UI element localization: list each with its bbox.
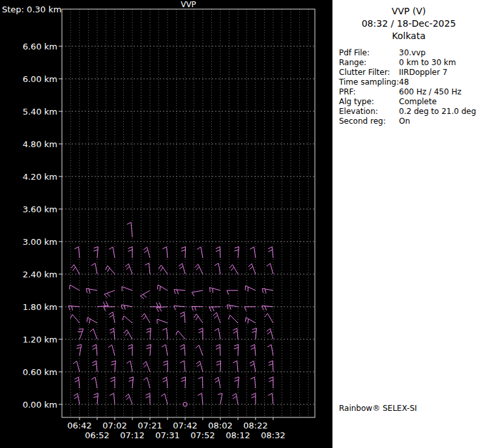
- info-row: Clutter Filter:IIRDoppler 7: [339, 68, 485, 77]
- info-panel: VVP (V) 08:32 / 18-Dec-2025 Kolkata Pdf …: [332, 0, 485, 448]
- info-row: Range:0 km to 30 km: [339, 58, 485, 68]
- chart-title: VVP: [181, 0, 196, 9]
- info-value: IIRDoppler 7: [399, 68, 447, 77]
- y-axis-label: 4.20 km: [23, 172, 57, 182]
- info-value: 600 Hz / 450 Hz: [399, 87, 462, 97]
- vvp-window: 6.60 km6.00 km5.40 km4.80 km4.20 km3.60 …: [0, 0, 485, 448]
- x-axis-label: 08:22: [243, 421, 267, 430]
- x-axis-label: 06:52: [85, 430, 109, 440]
- y-axis-label: 2.40 km: [23, 270, 57, 279]
- info-label: Second reg:: [339, 117, 399, 126]
- x-axis-label: 06:42: [67, 421, 91, 430]
- y-axis-label: 3.60 km: [23, 204, 57, 214]
- x-axis-label: 08:02: [208, 421, 232, 430]
- y-axis-label: 3.00 km: [23, 237, 57, 247]
- panel-datetime: 08:32 / 18-Dec-2025: [332, 18, 485, 30]
- chart-area: 6.60 km6.00 km5.40 km4.80 km4.20 km3.60 …: [0, 0, 332, 448]
- y-axis-label: 4.80 km: [23, 139, 57, 149]
- wind-barbs: [68, 222, 273, 406]
- y-axis-label: 5.40 km: [23, 107, 57, 117]
- info-label: Range:: [339, 58, 399, 68]
- info-row: Time sampling:48: [339, 77, 485, 87]
- info-row: PRF:600 Hz / 450 Hz: [339, 87, 485, 97]
- info-list: Pdf File:30.vvpRange:0 km to 30 kmClutte…: [339, 48, 485, 126]
- y-axis-label: 0.60 km: [23, 367, 57, 377]
- y-axis-label: 6.60 km: [23, 42, 57, 51]
- x-axis-label: 07:31: [155, 430, 179, 440]
- x-axis-label: 08:12: [226, 430, 250, 440]
- x-axis-label: 07:21: [138, 421, 162, 430]
- info-value: On: [399, 117, 410, 126]
- panel-title: VVP (V): [332, 5, 485, 18]
- panel-site: Kolkata: [332, 30, 485, 42]
- x-axis-label: 08:32: [261, 430, 285, 440]
- info-label: Clutter Filter:: [339, 68, 399, 77]
- info-label: Elevation:: [339, 107, 399, 117]
- info-value: 30.vvp: [399, 48, 426, 58]
- y-axis-label: 0.00 km: [23, 400, 57, 410]
- x-axis-label: 07:42: [173, 421, 197, 430]
- x-axis-label: 07:12: [120, 430, 144, 440]
- chart-grid: [62, 9, 315, 417]
- info-value: Complete: [399, 97, 437, 107]
- x-axis-label: 07:52: [190, 430, 214, 440]
- info-value: 0.2 deg to 21.0 deg: [399, 107, 476, 117]
- info-label: Pdf File:: [339, 48, 399, 58]
- info-row: Second reg:On: [339, 117, 485, 126]
- y-axis-label: 6.00 km: [23, 74, 57, 84]
- info-label: Alg type:: [339, 97, 399, 107]
- y-axis-label: 1.20 km: [23, 335, 57, 344]
- info-row: Elevation:0.2 deg to 21.0 deg: [339, 107, 485, 117]
- info-label: Time sampling:: [339, 77, 399, 87]
- plot-border: [62, 9, 315, 417]
- info-value: 48: [399, 77, 409, 87]
- vvp-wind-profile-chart: 6.60 km6.00 km5.40 km4.80 km4.20 km3.60 …: [0, 0, 332, 448]
- y-axis-label: 1.80 km: [23, 302, 57, 312]
- step-label: Step: 0.30 km: [2, 5, 61, 14]
- info-row: Alg type:Complete: [339, 97, 485, 107]
- x-axis-label: 07:02: [102, 421, 126, 430]
- info-row: Pdf File:30.vvp: [339, 48, 485, 58]
- info-value: 0 km to 30 km: [399, 58, 456, 68]
- info-label: PRF:: [339, 87, 399, 97]
- brand-footer: Rainbow® SELEX-SI: [339, 404, 417, 413]
